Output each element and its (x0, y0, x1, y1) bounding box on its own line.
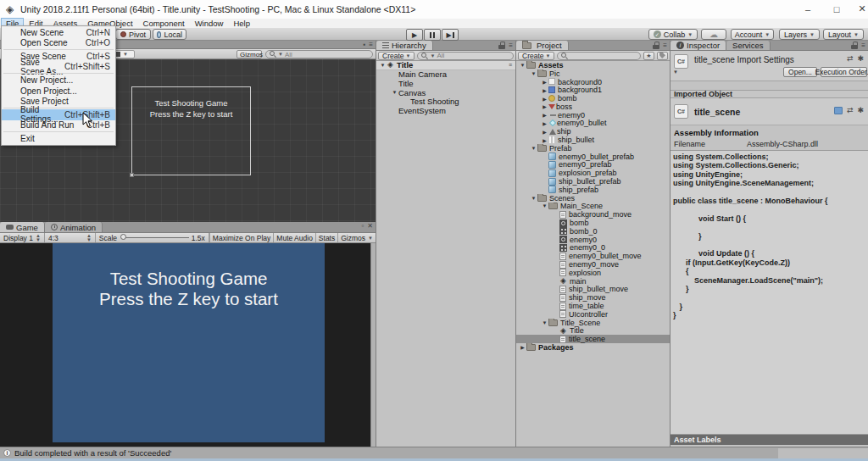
account-dropdown[interactable]: Account ▼ (731, 29, 774, 40)
tree-row-ship-bullet-prefab[interactable]: ship_bullet_prefab (516, 177, 670, 186)
expander-icon[interactable]: ▶ (541, 120, 548, 126)
aspect-ratio-dropdown[interactable]: 4:3 ▲▼ (45, 233, 96, 242)
tree-row-canvas[interactable]: ▼Canvas (376, 88, 515, 97)
tree-row-explosion-prefab[interactable]: explosion_prefab (516, 169, 670, 177)
tree-row-packages[interactable]: ▶Packages (516, 343, 670, 352)
labels-button[interactable] (657, 52, 668, 60)
menu-help[interactable]: Help (229, 19, 254, 28)
layout-dropdown[interactable]: Layout ▼ (823, 29, 864, 40)
tree-row-scenes[interactable]: ▼Scenes (516, 194, 670, 203)
pause-button[interactable] (424, 29, 441, 41)
tree-row-explosion[interactable]: explosion (516, 269, 670, 277)
tree-row-title[interactable]: ▼◈Title≡ (376, 61, 515, 70)
gear-icon[interactable]: ✱ (857, 106, 864, 114)
panel-menu-icon[interactable]: ≡ (861, 42, 865, 49)
lock-icon[interactable] (653, 42, 659, 49)
file-menu-item-open-project[interactable]: Open Project... (2, 86, 115, 96)
tree-row-ship-bullet[interactable]: ▶ship_bullet (516, 136, 670, 144)
expander-icon[interactable]: ▼ (530, 146, 537, 151)
expander-icon[interactable]: ▼ (530, 196, 537, 201)
slider-knob-icon[interactable] (120, 234, 126, 240)
dock-icon[interactable]: ▪ (363, 42, 365, 48)
expander-icon[interactable]: ▶ (541, 103, 548, 109)
tree-row-enemy0-prefab[interactable]: enemy0_prefab (516, 161, 670, 169)
tree-row-main-scene[interactable]: ▼Main_Scene (516, 203, 670, 211)
project-create-button[interactable]: Create ▼ (518, 52, 554, 60)
tree-row-background-move[interactable]: background_move (516, 210, 670, 219)
minimize-button[interactable]: – (795, 0, 821, 18)
tree-row-background1[interactable]: ▶background1 (516, 86, 670, 94)
tree-row-pic[interactable]: ▼Pic (516, 69, 670, 78)
scene-gizmos-button[interactable]: Gizmos ▼ (236, 50, 262, 58)
file-menu-item-build-settings[interactable]: Build Settings...Ctrl+Shift+B (2, 109, 115, 119)
tree-row-enemy0[interactable]: ▶enemy0 (516, 111, 670, 119)
local-button[interactable]: Local (153, 29, 186, 40)
gear-icon[interactable]: ✱ (857, 54, 864, 63)
tab-inspector[interactable]: i Inspector (670, 41, 726, 50)
cloud-button[interactable]: ☁ (701, 29, 726, 40)
tree-row-test-shooting[interactable]: Test Shooting (376, 97, 515, 106)
tree-row-ship-move[interactable]: ship_move (516, 293, 670, 302)
hierarchy-search-input[interactable]: ▼ All (417, 52, 514, 60)
project-search-input[interactable] (557, 52, 641, 60)
tree-row-title-scene[interactable]: title_scene (516, 335, 670, 343)
expander-icon[interactable]: ▼ (379, 63, 387, 68)
tree-row-main-camera[interactable]: Main Camera (376, 70, 515, 80)
expander-icon[interactable]: ▼ (530, 71, 537, 76)
play-button[interactable]: ▶ (406, 29, 423, 41)
file-menu-item-open-scene[interactable]: Open SceneCtrl+O (2, 37, 115, 47)
scene-context-menu-icon[interactable]: ≡ (509, 62, 512, 68)
tree-row-bomb-0[interactable]: bomb_0 (516, 227, 670, 236)
expander-icon[interactable]: ▶ (519, 344, 526, 350)
step-button[interactable]: ▶ (442, 29, 459, 41)
maximize-button[interactable]: □ (824, 0, 849, 18)
lock-icon[interactable] (851, 42, 858, 49)
file-menu-item-new-project[interactable]: New Project... (2, 75, 115, 86)
tree-row-title-scene[interactable]: ▼Title_Scene (516, 319, 670, 327)
file-menu-item-new-scene[interactable]: New SceneCtrl+N (2, 27, 115, 37)
presets-icon[interactable]: ⇄ (847, 54, 854, 63)
display-dropdown[interactable]: Display 1 ▲▼ (0, 233, 45, 242)
menu-window[interactable]: Window (191, 19, 228, 28)
scene-search-input[interactable]: ▼ All (265, 50, 373, 58)
game-toolbar-stats[interactable]: Stats (315, 233, 337, 242)
canvas-gizmo-rect[interactable]: Test Shooting Game Press the Z key to st… (131, 86, 251, 175)
tab-game[interactable]: Game (0, 222, 45, 232)
tree-row-prefab[interactable]: ▼Prefab (516, 144, 670, 153)
status-bar[interactable]: i Build completed with a result of 'Succ… (0, 447, 868, 458)
expander-icon[interactable]: ▶ (541, 87, 548, 93)
expander-icon[interactable]: ▼ (541, 203, 548, 208)
pivot-button[interactable]: Pivot (115, 29, 151, 40)
collab-button[interactable]: ✓ Collab ▼ (648, 29, 698, 40)
expander-icon[interactable]: ▼ (541, 320, 548, 325)
tree-row-enemy0[interactable]: enemy0 (516, 236, 670, 244)
execution-order-button[interactable]: Execution Order... (821, 67, 867, 77)
tree-row-bomb[interactable]: ▶bomb (516, 94, 670, 103)
expander-icon[interactable]: ▶ (541, 112, 548, 118)
favorites-button[interactable]: ★ (643, 52, 654, 60)
tree-row-enemy0-move[interactable]: enemy0_move (516, 260, 670, 269)
panel-menu-icon[interactable]: ≡ (663, 42, 667, 49)
open-button[interactable]: Open... (783, 67, 817, 77)
menu-component[interactable]: Component (139, 19, 189, 28)
panel-menu-icon[interactable]: ≡ (509, 42, 513, 49)
tab-hierarchy[interactable]: Hierarchy (376, 41, 433, 50)
tree-row-main[interactable]: ◈main (516, 277, 670, 286)
expander-icon[interactable]: ▶ (541, 137, 548, 143)
tree-row-title[interactable]: Title (376, 79, 515, 88)
tree-row-boss[interactable]: ▶boss (516, 103, 670, 111)
asset-labels-bar[interactable]: Asset Labels (670, 435, 868, 445)
game-toolbar-maximize-on-play[interactable]: Maximize On Play (209, 233, 274, 242)
tree-row-eventsystem[interactable]: EventSystem (376, 106, 515, 115)
tree-row-time-table[interactable]: time_table (516, 302, 670, 310)
expander-icon[interactable]: ▶ (541, 96, 548, 102)
foldout-icon[interactable]: ▼ (673, 69, 678, 75)
expander-icon[interactable]: ▼ (391, 90, 398, 95)
tab-services[interactable]: Services (726, 41, 770, 50)
expander-icon[interactable]: ▶ (541, 129, 548, 135)
tab-project[interactable]: Project (516, 41, 569, 50)
expander-icon[interactable]: ▶ (541, 79, 548, 85)
file-menu-item-save-scene-as[interactable]: Save Scene As...Ctrl+Shift+S (2, 62, 115, 72)
file-menu-item-build-and-run[interactable]: Build And RunCtrl+B (2, 120, 115, 131)
presets-icon[interactable]: ⇄ (847, 106, 854, 114)
